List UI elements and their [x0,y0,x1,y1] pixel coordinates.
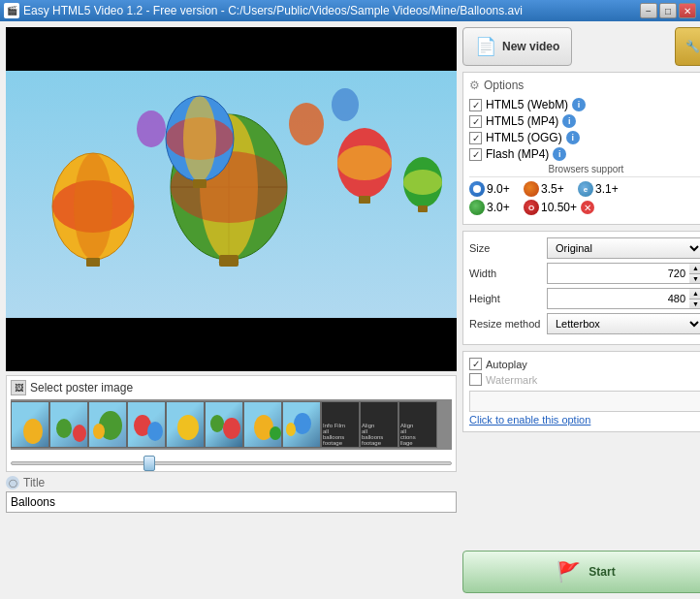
svg-point-25 [137,110,166,147]
slider-track[interactable] [11,461,452,465]
close-button[interactable]: ✕ [679,3,696,18]
watermark-row: Watermark [469,373,700,386]
svg-point-33 [147,422,163,441]
poster-thumb-7[interactable] [243,401,282,448]
poster-thumb-1[interactable] [11,401,49,448]
svg-rect-17 [193,179,207,188]
browser-row-1: 9.0+ 3.5+ e 3.1+ [469,181,700,197]
width-label: Width [469,268,547,279]
poster-header: 🖼 Select poster image [11,380,452,395]
browser-chrome: 9.0+ [469,181,520,197]
maximize-button[interactable]: □ [659,3,677,18]
gear-icon: ⚙ [469,79,480,92]
svg-point-11 [74,153,112,260]
minimize-button[interactable]: − [640,3,657,18]
video-top-bar [6,27,457,71]
checkbox-flash[interactable] [469,148,482,161]
ie-version: 3.1+ [595,182,619,196]
poster-thumb-8[interactable] [282,401,321,448]
settings-button[interactable]: 🔧 [675,27,700,66]
video-bottom-bar [6,318,457,371]
title-section: ◯ Title [6,476,457,513]
poster-thumb-2[interactable] [49,401,88,448]
info-icon-1[interactable]: i [572,98,586,111]
checkbox-ogg[interactable] [469,132,482,144]
top-row: 📄 New video 🔧 [462,27,700,66]
height-label: Height [469,293,547,304]
info-icon-4[interactable]: i [553,147,566,161]
options-label: Options [484,79,524,92]
svg-point-38 [270,426,281,440]
title-label-text: Title [23,476,45,489]
slider-container [11,454,452,467]
svg-point-36 [223,418,240,439]
poster-icon: 🖼 [11,380,26,395]
film-icon: 📄 [475,36,496,57]
option-row-4: Flash (MP4) i [469,147,700,161]
autoplay-section: Autoplay Watermark Click to enable this … [462,351,700,432]
options-title: ⚙ Options [469,79,700,92]
flag-icon: 🚩 [557,560,581,583]
width-up[interactable]: ▲ [689,264,700,273]
watermark-checkbox[interactable] [469,373,482,386]
title-input[interactable] [6,491,457,513]
new-video-wrapper: 📄 New video [462,27,671,66]
poster-thumb-11[interactable]: Alignallctionsllage [398,401,437,448]
option-row-3: HTML5 (OGG) i [469,131,700,144]
slider-thumb[interactable] [143,456,155,471]
svg-point-15 [183,96,216,181]
height-input[interactable] [547,288,689,309]
svg-rect-20 [359,196,370,204]
svg-point-35 [210,415,224,432]
size-section: Size Original Custom Width ▲ ▼ Height [462,231,700,345]
height-up[interactable]: ▲ [689,289,700,299]
poster-thumb-6[interactable] [205,401,243,448]
firefox-icon [524,181,539,197]
poster-thumb-5[interactable] [166,401,205,448]
poster-thumb-3[interactable] [88,401,127,448]
watermark-label: Watermark [486,374,537,386]
width-down[interactable]: ▼ [689,273,700,284]
svg-rect-23 [418,205,428,212]
start-button[interactable]: 🚩 Start [462,551,700,593]
size-row: Size Original Custom [469,237,700,259]
height-down[interactable]: ▼ [689,299,700,309]
enable-link[interactable]: Click to enable this option [469,414,700,426]
opera-version: 10.50+ [541,201,577,214]
autoplay-checkbox[interactable] [469,358,482,370]
width-spinners: ▲ ▼ [689,263,700,284]
poster-thumb-9[interactable]: Info Filmallballoonsfootage [321,401,360,448]
browsers-title: Browsers support [469,164,700,177]
new-video-button[interactable]: 📄 New video [462,27,572,66]
left-panel: 🖼 Select poster image [6,27,457,593]
option-row-2: HTML5 (MP4) i [469,114,700,128]
checkbox-mp4[interactable] [469,115,482,128]
wrench-icon: 🔧 [685,40,700,53]
video-preview [6,27,457,371]
browser-safari: 3.0+ [469,200,520,215]
poster-strip[interactable]: Info Filmallballoonsfootage Alignallball… [11,399,452,450]
firefox-version: 3.5+ [541,182,564,196]
browser-cross: ✕ [581,201,631,214]
watermark-input[interactable] [469,391,700,412]
info-icon-2[interactable]: i [562,114,576,128]
browser-firefox: 3.5+ [524,181,574,197]
info-icon-3[interactable]: i [566,131,580,144]
svg-rect-12 [86,258,100,267]
resize-label: Resize method [469,318,547,330]
svg-point-40 [286,423,296,436]
poster-thumb-4[interactable] [127,401,166,448]
resize-select[interactable]: Letterbox Stretch Crop [547,313,700,334]
svg-point-39 [294,413,311,434]
width-input[interactable] [547,263,689,284]
title-bar-text: Easy HTML5 Video 1.2 - Free version - C:… [23,4,640,17]
title-bar-buttons: − □ ✕ [640,3,696,18]
right-panel: 📄 New video 🔧 ⚙ Options HTML5 (WebM) i [462,27,700,593]
poster-thumb-10[interactable]: Alignallballoonsfootage [360,401,398,448]
cross-icon: ✕ [581,201,594,214]
svg-point-31 [93,424,105,439]
checkbox-webm[interactable] [469,99,482,111]
size-select[interactable]: Original Custom [547,237,700,259]
poster-title: Select poster image [30,381,133,394]
app-icon: 🎬 [4,3,19,18]
